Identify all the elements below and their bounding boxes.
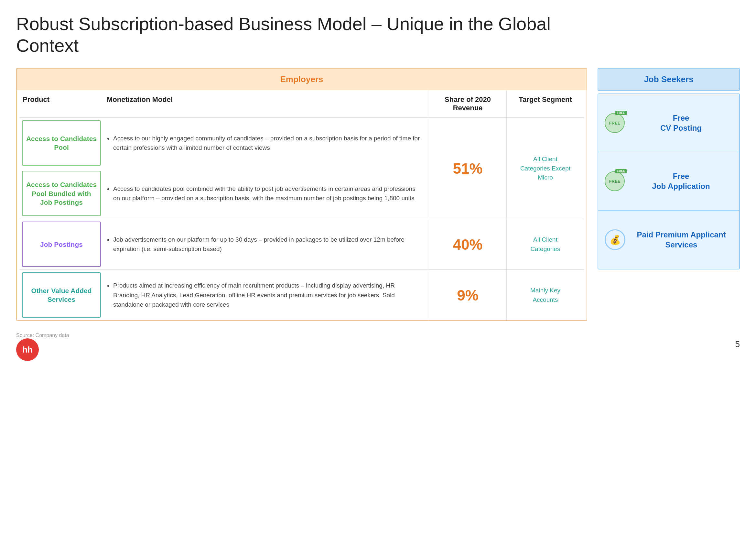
col-header-revenue: Share of 2020 Revenue <box>429 90 506 117</box>
job-seeker-cards: FREE FREE FreeCV Posting FREE FREE FreeJ… <box>598 94 740 269</box>
col-header-monetization: Monetization Model <box>103 90 429 117</box>
free-text-job: FREE <box>609 179 621 184</box>
free-text-cv: FREE <box>609 121 621 126</box>
section-divider <box>587 68 598 94</box>
job-seekers-section: Job Seekers FREE FREE FreeCV Posting FRE… <box>598 68 740 269</box>
col-header-product: Product <box>19 90 103 117</box>
free-badge-cv: FREE FREE <box>605 113 625 133</box>
free-tag-job: FREE <box>615 169 627 173</box>
product-cell-4: Other Value Added Services <box>19 270 103 320</box>
monetization-cell-1: Access to our highly engaged community o… <box>103 118 429 168</box>
product-cell-3: Job Postings <box>19 219 103 269</box>
js-card-cv-title: FreeCV Posting <box>660 113 702 133</box>
js-card-job-title: FreeJob Application <box>652 171 710 191</box>
footer: Source: Company data hh 5 <box>16 327 740 361</box>
js-card-cv-posting: FREE FREE FreeCV Posting <box>598 94 739 152</box>
js-card-paid-services: 💰 Paid Premium Applicant Services <box>598 211 739 269</box>
product-cell-2: Access to Candidates Pool Bundled with J… <box>19 168 103 219</box>
page-number: 5 <box>735 339 740 349</box>
product-label-3: Job Postings <box>22 222 101 267</box>
source-text: Source: Company data <box>16 332 69 338</box>
target-cell-1-2: All ClientCategories ExceptMicro <box>506 118 584 219</box>
free-badge-job: FREE FREE <box>605 171 625 191</box>
employers-table: Product Monetization Model Share of 2020… <box>17 90 586 320</box>
monetization-cell-4: Products aimed at increasing efficiency … <box>103 270 429 320</box>
target-cell-3: All ClientCategories <box>506 219 584 269</box>
coin-icon: 💰 <box>609 235 621 245</box>
js-card-cv-text: FreeCV Posting <box>629 113 733 133</box>
js-card-job-application: FREE FREE FreeJob Application <box>598 152 739 211</box>
js-card-job-text: FreeJob Application <box>629 171 733 191</box>
revenue-cell-1-2: 51% <box>429 118 506 219</box>
product-label-2: Access to Candidates Pool Bundled with J… <box>22 171 101 216</box>
free-tag-cv: FREE <box>615 111 627 115</box>
js-card-paid-text: Paid Premium Applicant Services <box>630 230 733 250</box>
employers-section: Employers Product Monetization Model Sha… <box>16 68 587 321</box>
product-label-1: Access to Candidates Pool <box>22 120 101 166</box>
employers-header: Employers <box>17 69 586 90</box>
job-seekers-header: Job Seekers <box>598 68 740 91</box>
col-header-target: Target Segment <box>506 90 584 117</box>
product-label-4: Other Value Added Services <box>22 272 101 318</box>
product-cell-1: Access to Candidates Pool <box>19 118 103 168</box>
revenue-cell-3: 40% <box>429 219 506 269</box>
hh-logo: hh <box>16 338 39 361</box>
monetization-cell-2: Access to candidates pool combined with … <box>103 168 429 219</box>
page-title: Robust Subscription-based Business Model… <box>16 13 740 56</box>
paid-icon: 💰 <box>605 229 625 250</box>
js-card-paid-title: Paid Premium Applicant Services <box>630 230 733 250</box>
revenue-cell-4: 9% <box>429 270 506 320</box>
monetization-cell-3: Job advertisements on our platform for u… <box>103 219 429 269</box>
target-cell-4: Mainly KeyAccounts <box>506 270 584 320</box>
footer-left: Source: Company data hh <box>16 327 69 361</box>
